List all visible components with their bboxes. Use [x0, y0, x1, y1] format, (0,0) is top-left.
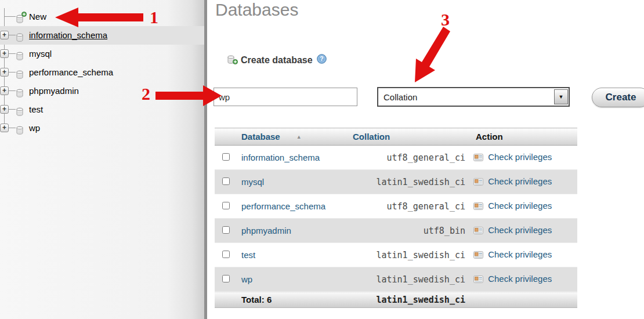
database-icon	[15, 67, 26, 78]
table-row: information_schema utf8_general_ci Check…	[215, 146, 577, 170]
tree-item-label[interactable]: performance_schema	[29, 63, 113, 82]
collation-value: utf8_general_ci	[348, 146, 471, 170]
header-database: Database▲	[237, 128, 348, 146]
databases-table: Database▲ Collation Action information_s…	[215, 128, 577, 308]
expand-plus-icon[interactable]: +	[0, 124, 9, 132]
create-button[interactable]: Create	[592, 88, 644, 107]
check-privileges-link[interactable]: Check privileges	[488, 274, 552, 284]
dropdown-arrow-icon[interactable]: ▼	[554, 89, 568, 104]
header-collation: Collation	[348, 128, 471, 146]
tree-item-label[interactable]: New	[29, 8, 46, 26]
collation-value: latin1_swedish_ci	[348, 243, 471, 267]
row-checkbox[interactable]	[222, 153, 230, 161]
database-icon	[15, 123, 26, 133]
help-icon[interactable]: ?	[317, 54, 327, 66]
svg-text:?: ?	[320, 55, 323, 62]
tree-item-label[interactable]: test	[29, 100, 43, 119]
database-tree-sidebar: + New +	[0, 0, 204, 319]
check-privileges-link[interactable]: Check privileges	[488, 249, 552, 259]
collation-select[interactable]: Collation ▼	[377, 87, 570, 107]
expand-plus-icon[interactable]: +	[0, 49, 9, 58]
privileges-icon	[473, 153, 486, 163]
privileges-icon	[473, 202, 486, 212]
database-link[interactable]: test	[241, 250, 255, 260]
privileges-icon	[473, 226, 486, 236]
collation-value: utf8_general_ci	[348, 194, 471, 219]
expand-plus-icon[interactable]: +	[0, 68, 9, 77]
database-icon	[15, 30, 26, 41]
footer-collation: latin1_swedish_ci	[348, 292, 471, 308]
header-checkbox-column	[215, 128, 237, 146]
database-icon	[15, 49, 26, 59]
row-checkbox[interactable]	[222, 202, 230, 209]
tree-item-label[interactable]: wp	[29, 119, 40, 137]
database-icon	[15, 104, 26, 115]
database-link[interactable]: mysql	[241, 177, 264, 187]
sort-asc-icon: ▲	[296, 134, 302, 140]
sidebar-item-New[interactable]: + New	[0, 8, 204, 26]
sort-by-collation-link[interactable]: Collation	[353, 132, 390, 142]
row-checkbox[interactable]	[222, 275, 230, 282]
table-row: test latin1_swedish_ci Check privileges	[215, 243, 577, 267]
row-checkbox[interactable]	[222, 251, 230, 258]
main-panel: Databases Create database ?	[208, 0, 644, 319]
row-checkbox[interactable]	[222, 226, 230, 234]
check-privileges-link[interactable]: Check privileges	[488, 176, 552, 186]
row-checkbox[interactable]	[222, 177, 230, 185]
database-link[interactable]: information_schema	[241, 153, 320, 162]
check-privileges-link[interactable]: Check privileges	[488, 201, 552, 211]
create-database-label: Create database	[241, 55, 313, 66]
expand-plus-icon[interactable]: +	[0, 31, 9, 39]
database-icon	[15, 86, 26, 96]
create-database-legend: Create database ?	[226, 54, 327, 66]
database-new-icon	[15, 12, 26, 22]
page-title: Databases	[215, 0, 298, 20]
database-tree: + New +	[0, 8, 204, 137]
database-link[interactable]: wp	[241, 274, 252, 284]
privileges-icon	[473, 177, 486, 187]
tree-item-label[interactable]: information_schema	[29, 26, 107, 45]
new-database-plus-icon	[21, 5, 27, 23]
sidebar-item-wp[interactable]: + wp	[0, 119, 204, 137]
sidebar-item-performance_schema[interactable]: + performance_schema	[0, 63, 204, 82]
table-row: performance_schema utf8_general_ci Check…	[215, 194, 577, 219]
create-database-icon	[226, 55, 237, 66]
database-link[interactable]: performance_schema	[241, 201, 325, 211]
collation-select-value: Collation	[378, 92, 417, 102]
sidebar-item-information_schema[interactable]: + information_schema	[0, 26, 204, 45]
database-name-input[interactable]	[214, 88, 357, 106]
check-privileges-link[interactable]: Check privileges	[488, 152, 552, 162]
header-action: Action	[471, 128, 577, 146]
total-count: Total: 6	[237, 292, 348, 308]
expand-plus-icon[interactable]: +	[0, 105, 9, 114]
tree-item-label[interactable]: mysql	[29, 45, 52, 63]
collation-value: latin1_swedish_ci	[348, 267, 471, 292]
table-row: mysql latin1_swedish_ci Check privileges	[215, 170, 577, 194]
privileges-icon	[473, 275, 486, 285]
table-row: wp latin1_swedish_ci Check privileges	[215, 267, 577, 292]
table-header-row: Database▲ Collation Action	[215, 128, 577, 146]
table-row: phpmyadmin utf8_bin Check privileges	[215, 219, 577, 243]
database-link[interactable]: phpmyadmin	[241, 226, 291, 235]
expand-plus-icon[interactable]: +	[0, 86, 9, 95]
tree-item-label[interactable]: phpmyadmin	[29, 82, 79, 100]
sidebar-item-test[interactable]: + test	[0, 100, 204, 119]
collation-value: latin1_swedish_ci	[348, 170, 471, 194]
sidebar-item-phpmyadmin[interactable]: + phpmyadmin	[0, 82, 204, 100]
collation-value: utf8_bin	[348, 219, 471, 243]
check-privileges-link[interactable]: Check privileges	[488, 225, 552, 235]
sidebar-item-mysql[interactable]: + mysql	[0, 45, 204, 63]
table-footer-row: Total: 6 latin1_swedish_ci	[215, 292, 577, 308]
plus-icon	[233, 56, 238, 67]
sidebar-divider	[204, 0, 207, 319]
tree-connector-line	[5, 16, 16, 17]
privileges-icon	[473, 251, 486, 260]
sort-by-database-link[interactable]: Database	[241, 132, 280, 142]
